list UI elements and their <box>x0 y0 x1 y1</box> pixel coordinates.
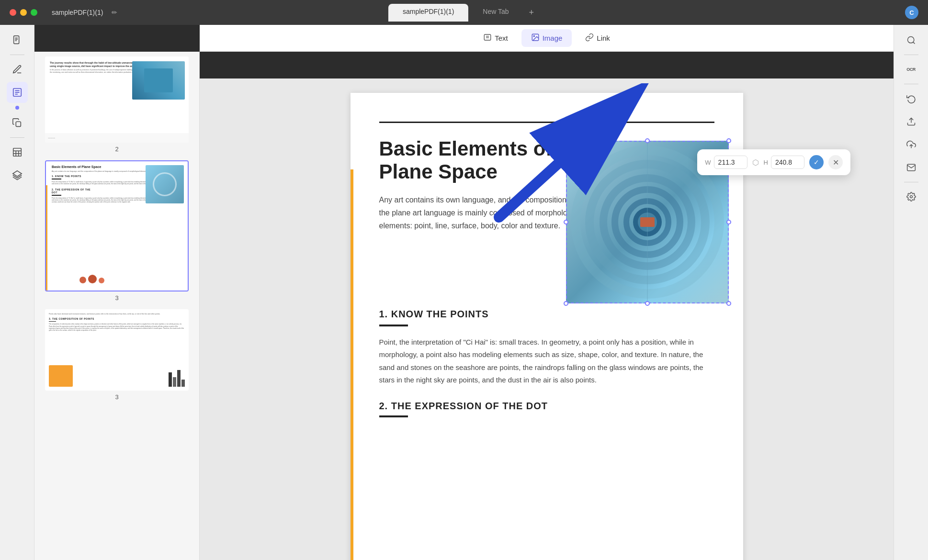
thumbnail-item-3: Points also have dominant and recessive … <box>39 309 194 401</box>
height-field-group: H <box>764 156 804 169</box>
svg-point-22 <box>907 37 914 43</box>
thumbnail-image <box>146 165 184 203</box>
right-sidebar: OCR <box>894 25 928 560</box>
pdf-page: Basic Elements of Plane Space Any art co… <box>351 93 743 560</box>
image-tool-button[interactable]: Image <box>521 29 572 47</box>
content-area[interactable]: W ⬡ H ✓ ✕ Basic Elements of P <box>200 78 894 560</box>
section2: 2. THE EXPRESSION OF THE DOT <box>379 401 714 417</box>
new-tab-button[interactable]: + <box>523 4 540 22</box>
section2-divider <box>379 415 408 417</box>
thumbnail-frame-1[interactable]: The journey results show that through th… <box>45 56 189 143</box>
upload-icon-btn[interactable] <box>901 111 922 132</box>
dimension-overlay: W ⬡ H ✓ ✕ <box>697 149 850 175</box>
minimize-button[interactable] <box>20 9 27 16</box>
page-title-section: Basic Elements of Plane Space Any art co… <box>379 137 585 232</box>
link-tool-button[interactable]: Link <box>576 29 620 47</box>
sel-handle-bl[interactable] <box>564 301 568 306</box>
orange-bar <box>46 185 47 291</box>
cloud-icon-btn[interactable] <box>901 134 922 155</box>
image-tool-label: Image <box>543 34 563 42</box>
link-tool-icon <box>585 33 594 43</box>
titlebar: samplePDF(1)(1) ✏ samplePDF(1)(1) New Ta… <box>0 0 928 25</box>
height-input[interactable] <box>771 156 804 169</box>
close-button-dim[interactable]: ✕ <box>828 155 843 169</box>
section1-text: Point, the interpretation of "Ci Hai" is… <box>379 336 714 386</box>
sel-handle-bm[interactable] <box>645 301 650 306</box>
svg-point-19 <box>533 35 534 36</box>
confirm-button[interactable]: ✓ <box>809 155 824 169</box>
right-sidebar-divider-3 <box>904 182 918 182</box>
width-label: W <box>705 159 711 166</box>
svg-rect-15 <box>484 34 491 40</box>
sel-handle-tr[interactable] <box>726 138 731 143</box>
sel-handle-br[interactable] <box>726 301 731 306</box>
filename-label: samplePDF(1)(1) <box>52 9 103 16</box>
right-sidebar-divider-1 <box>904 55 918 55</box>
link-tool-label: Link <box>597 34 610 42</box>
text-tool-label: Text <box>495 34 508 42</box>
sel-handle-mr[interactable] <box>726 220 731 224</box>
toolbar: Text Image <box>200 25 894 52</box>
maximize-button[interactable] <box>31 9 37 16</box>
sel-handle-tl[interactable] <box>564 138 568 143</box>
height-label: H <box>764 159 768 166</box>
mail-icon-btn[interactable] <box>901 157 922 178</box>
tab-active[interactable]: samplePDF(1)(1) <box>388 4 468 22</box>
thumbnail-number-3: 3 <box>115 393 118 401</box>
section1-divider <box>379 325 408 326</box>
traffic-lights <box>10 9 37 16</box>
sidebar-icon-layers[interactable] <box>7 165 28 186</box>
sel-handle-tm[interactable] <box>645 138 650 143</box>
tab-new[interactable]: New Tab <box>468 4 523 22</box>
image-tool-icon <box>531 33 540 43</box>
sidebar-icon-text-edit[interactable] <box>7 82 28 103</box>
sidebar-icon-copy[interactable] <box>7 112 28 134</box>
sel-handle-ml[interactable] <box>564 220 568 224</box>
svg-rect-9 <box>13 148 21 157</box>
sidebar-divider-1 <box>10 55 24 55</box>
tab-bar: samplePDF(1)(1) New Tab + <box>388 4 540 22</box>
page-title: Basic Elements of Plane Space <box>379 137 585 184</box>
width-field-group: W <box>705 156 747 169</box>
text-tool-button[interactable]: Text <box>474 29 518 47</box>
page-intro: Any art contains its own language, and t… <box>379 193 585 233</box>
page-accent-bar <box>351 169 353 560</box>
svg-line-23 <box>913 42 915 44</box>
titlebar-left: samplePDF(1)(1) ✏ <box>10 9 117 16</box>
filename-edit-icon[interactable]: ✏ <box>112 9 117 16</box>
section2-heading: 2. THE EXPRESSION OF THE DOT <box>379 401 548 412</box>
thumbnail-number-2: 3 <box>115 294 118 302</box>
section1-heading: 1. KNOW THE POINTS <box>379 309 714 320</box>
refresh-icon-btn[interactable] <box>901 88 922 109</box>
chain-link-icon[interactable]: ⬡ <box>752 158 759 167</box>
thumbnail-frame-3[interactable]: Points also have dominant and recessive … <box>45 309 189 391</box>
text-tool-icon <box>483 33 492 43</box>
svg-rect-8 <box>16 122 21 126</box>
search-icon-btn[interactable] <box>901 30 922 51</box>
thumbnail-number-1: 2 <box>115 146 118 153</box>
right-sidebar-divider-2 <box>904 84 918 84</box>
settings-icon-btn[interactable] <box>901 186 922 207</box>
sidebar-icon-document[interactable] <box>7 30 28 51</box>
sidebar-notification-dot <box>15 106 19 110</box>
width-input[interactable] <box>714 156 747 169</box>
ocr-icon-btn[interactable]: OCR <box>901 59 922 80</box>
page-top-line <box>379 122 714 123</box>
svg-point-26 <box>910 196 912 198</box>
middle-section: Text Image <box>200 25 894 560</box>
left-sidebar <box>0 25 34 560</box>
user-avatar[interactable]: C <box>905 6 918 19</box>
section1: 1. KNOW THE POINTS Point, the interpreta… <box>379 309 714 386</box>
thumbnail-item-1: The journey results show that through th… <box>39 56 194 153</box>
close-button[interactable] <box>10 9 16 16</box>
sidebar-icon-pen[interactable] <box>7 59 28 80</box>
sidebar-divider-2 <box>10 137 24 138</box>
thumbnail-item-2: Basic Elements of Plane Space Any art co… <box>39 160 194 302</box>
main-layout: The journey results show that through th… <box>0 25 928 560</box>
sidebar-icon-table[interactable] <box>7 142 28 163</box>
svg-rect-0 <box>13 36 19 44</box>
section2-heading-row: 2. THE EXPRESSION OF THE DOT <box>379 401 714 412</box>
thumbnail-frame-2[interactable]: Basic Elements of Plane Space Any art co… <box>45 160 189 291</box>
thumbnail-panel: The journey results show that through th… <box>34 52 200 560</box>
